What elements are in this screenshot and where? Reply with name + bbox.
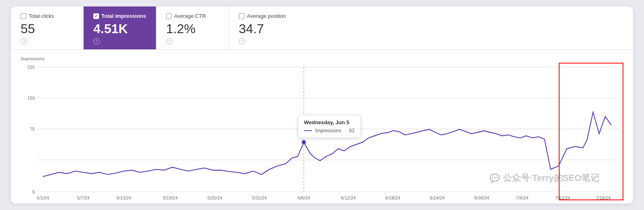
svg-text:5/7/24: 5/7/24 [77,195,90,200]
label-average-position: Average position [247,13,286,19]
svg-text:5/1/24: 5/1/24 [37,195,49,200]
checkbox-total-impressions[interactable]: ✓ [93,13,99,19]
svg-text:7/12/24: 7/12/24 [555,195,570,200]
help-icon-average-position[interactable]: ? [239,38,245,45]
svg-text:7/6/24: 7/6/24 [516,195,528,200]
chart-wrapper: 225 150 75 0 5/1/24 5/7/24 5/13/24 5/19/… [21,63,623,200]
help-icon-total-clicks[interactable]: ? [21,38,27,45]
svg-text:150: 150 [27,95,35,100]
metric-card-total-impressions[interactable]: ✓ Total impressions 4.51K ? [84,6,156,49]
checkbox-average-ctr[interactable] [166,13,172,19]
help-icon-total-impressions[interactable]: ? [93,38,100,45]
svg-text:6/30/24: 6/30/24 [474,195,489,200]
svg-text:225: 225 [27,65,35,70]
metric-card-average-ctr[interactable]: Average CTR 1.2% ? [156,6,229,49]
svg-text:5/13/24: 5/13/24 [116,195,131,200]
checkbox-total-clicks[interactable] [21,13,26,19]
svg-text:5/25/24: 5/25/24 [207,195,222,200]
checkbox-average-position[interactable] [239,13,244,19]
line-chart: 225 150 75 0 5/1/24 5/7/24 5/13/24 5/19/… [21,63,623,200]
label-total-clicks: Total clicks [29,13,54,19]
value-average-ctr: 1.2% [166,21,219,36]
svg-text:5/31/24: 5/31/24 [252,195,267,200]
value-total-impressions: 4.51K [93,21,146,36]
metric-card-average-position[interactable]: Average position 34.7 ? [229,6,302,49]
label-total-impressions: Total impressions [101,13,146,19]
metric-card-total-clicks[interactable]: Total clicks 55 ? [11,6,84,49]
chart-dot-jun5 [302,140,306,144]
value-average-position: 34.7 [239,21,292,36]
svg-text:7/18/24: 7/18/24 [596,195,611,200]
svg-text:6/24/24: 6/24/24 [430,195,445,200]
metrics-row: Total clicks 55 ? ✓ Total impressions 4.… [11,6,633,50]
chart-y-label: Impressions [21,56,623,61]
label-average-ctr: Average CTR [174,13,206,19]
svg-text:6/6/24: 6/6/24 [298,195,310,200]
svg-text:75: 75 [30,127,35,132]
help-icon-average-ctr[interactable]: ? [166,38,173,45]
value-total-clicks: 55 [21,21,74,36]
impressions-line [43,112,611,176]
svg-text:6/18/24: 6/18/24 [385,195,400,200]
chart-area: Impressions 225 150 75 0 5/1/24 5/7/24 5… [11,50,633,204]
svg-text:5/19/24: 5/19/24 [163,195,178,200]
svg-text:6/12/24: 6/12/24 [341,195,356,200]
dashboard-container: Total clicks 55 ? ✓ Total impressions 4.… [11,6,633,204]
svg-text:0: 0 [32,189,35,194]
